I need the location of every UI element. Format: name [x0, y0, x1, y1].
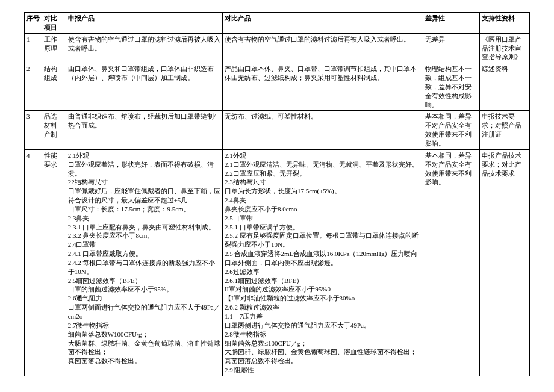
cell-seq: 1 — [25, 33, 42, 63]
cell-seq: 4 — [25, 149, 42, 376]
cell-item: 工作原理 — [42, 33, 66, 63]
cell-item: 结构组成 — [42, 63, 66, 111]
comparison-table: 序号 对比项目 申报产品 对比产品 差异性 支持性资料 1工作原理使含有害物的空… — [24, 12, 530, 376]
cell-supp: 综述资料 — [479, 63, 529, 111]
cell-seq: 3 — [25, 111, 42, 149]
header-supp: 支持性资料 — [479, 13, 529, 34]
cell-decl: 由口罩体、鼻夹和口罩带组成，口罩体由非织造布（内外层）、熔喷布（中间层）加工制成… — [66, 63, 222, 111]
table-body: 1工作原理使含有害物的空气通过口罩的滤料过滤后再被人吸入或者呼出。使含有害物的空… — [25, 33, 530, 376]
cell-diff: 基本相同，差异不对产品安全有效使用带来不利影响。 — [423, 111, 480, 149]
cell-supp: 申报产品技术要求；对比产品技术要求 — [479, 149, 529, 376]
cell-decl: 使含有害物的空气通过口罩的滤料过滤后再被人吸入或者呼出。 — [66, 33, 222, 63]
cell-comp: 使含有害物的空气通过口罩的滤料过滤后再被人吸入或者呼出。 — [222, 33, 423, 63]
cell-comp: 2.1外观2.1口罩外观应清洁、无异味、无污物、无就洞、平整及形状完好。2.2口… — [222, 149, 423, 376]
cell-supp: 《医用口罩产品注册技术审查指导原则》 — [479, 33, 529, 63]
header-item: 对比项目 — [42, 13, 66, 34]
cell-comp: 产品由口罩本体、鼻夹、口罩带、口罩带调节扣组成，其中口罩本体由无纺布、过滤纸构成… — [222, 63, 423, 111]
table-row: 2结构组成由口罩体、鼻夹和口罩带组成，口罩体由非织造布（内外层）、熔喷布（中间层… — [25, 63, 530, 111]
cell-comp: 无纺布、过滤纸、可塑性材料。 — [222, 111, 423, 149]
cell-decl: 2.1外观口罩外观应整洁，形状完好，表面不得有破损、污溃。22结构与尺寸口罩佩戴… — [66, 149, 222, 376]
cell-supp: 申报技术要求；对照产品注册证 — [479, 111, 529, 149]
cell-seq: 2 — [25, 63, 42, 111]
header-seq: 序号 — [25, 13, 42, 34]
header-diff: 差异性 — [423, 13, 480, 34]
cell-diff: 无差异 — [423, 33, 480, 63]
table-row: 4性能要求2.1外观口罩外观应整洁，形状完好，表面不得有破损、污溃。22结构与尺… — [25, 149, 530, 376]
cell-item: 品选材料产制 — [42, 111, 66, 149]
cell-decl: 由普通非织造布、熔喷布，经裁切后加口罩带缝制/热合而成。 — [66, 111, 222, 149]
table-header-row: 序号 对比项目 申报产品 对比产品 差异性 支持性资料 — [25, 13, 530, 34]
header-decl: 申报产品 — [66, 13, 222, 34]
header-comp: 对比产品 — [222, 13, 423, 34]
table-row: 1工作原理使含有害物的空气通过口罩的滤料过滤后再被人吸入或者呼出。使含有害物的空… — [25, 33, 530, 63]
table-row: 3品选材料产制由普通非织造布、熔喷布，经裁切后加口罩带缝制/热合而成。无纺布、过… — [25, 111, 530, 149]
cell-diff: 基本相同，差异不对产品安全有效使用带来不利影响。 — [423, 149, 480, 376]
cell-diff: 物理结构基本一致，组成基本一致，差异不对安全有效性构成影响。 — [423, 63, 480, 111]
cell-item: 性能要求 — [42, 149, 66, 376]
